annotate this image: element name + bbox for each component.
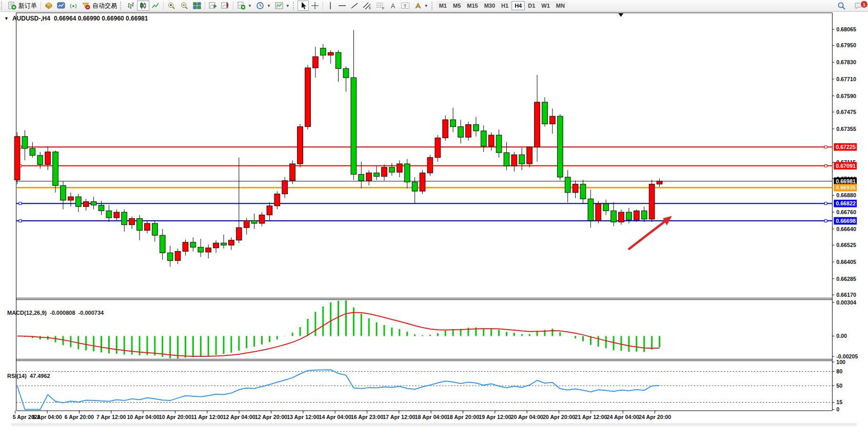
periods-dropdown[interactable]: ▼	[254, 1, 273, 11]
toolbar-grip	[120, 2, 124, 10]
notifications-button[interactable]: 1	[852, 1, 865, 11]
dropdown-arrow-icon: ▼	[424, 4, 428, 8]
timeframe-group: M1M5M15M30H1H4D1W1MN	[436, 1, 568, 10]
cursor-icon	[300, 2, 307, 10]
svg-text:0.66405: 0.66405	[836, 259, 856, 265]
svg-text:50: 50	[836, 383, 842, 389]
autotrading-button[interactable]: 自动交易	[80, 1, 119, 11]
svg-text:0.67355: 0.67355	[836, 126, 856, 132]
fibonacci-icon: F	[376, 2, 385, 10]
svg-text:10 Apr 20:00: 10 Apr 20:00	[159, 414, 191, 420]
scroll-to-end-button[interactable]	[207, 1, 219, 11]
timeframe-button-M30[interactable]: M30	[481, 1, 498, 10]
chart-shift-icon	[221, 2, 229, 10]
new-chart-dropdown[interactable]: ▼	[235, 1, 254, 11]
svg-text:A: A	[391, 3, 395, 10]
toolbar-separator	[233, 2, 233, 10]
zoom-in-button[interactable]	[165, 1, 178, 11]
chart-canvas[interactable]: 0.680650.679500.678300.677100.675900.674…	[0, 11, 868, 437]
toolbar-grip	[431, 2, 435, 10]
fibonacci-button[interactable]: F	[374, 1, 387, 11]
timeframe-button-M5[interactable]: M5	[450, 1, 464, 10]
zoom-in-icon	[167, 2, 176, 10]
trendline-button[interactable]	[348, 1, 361, 11]
svg-text:10 Apr 04:00: 10 Apr 04:00	[127, 414, 159, 420]
svg-text:T: T	[404, 4, 407, 9]
line-chart-button[interactable]	[149, 1, 162, 11]
toolbar-separator	[41, 2, 41, 10]
svg-text:24 Apr 20:00: 24 Apr 20:00	[639, 414, 671, 420]
svg-text:0.00304: 0.00304	[836, 299, 856, 306]
svg-text:6 Apr 20:00: 6 Apr 20:00	[65, 414, 94, 420]
symbol-dropdown-icon[interactable]: ▼	[4, 16, 9, 21]
svg-text:0.66935: 0.66935	[836, 184, 856, 191]
timeframe-button-H1[interactable]: H1	[498, 1, 511, 10]
signals-button[interactable]	[67, 1, 80, 11]
search-button[interactable]	[835, 1, 848, 11]
svg-text:F: F	[382, 7, 384, 10]
timeframe-button-M1[interactable]: M1	[436, 1, 450, 10]
autotrading-label: 自动交易	[92, 2, 117, 10]
toolbar-separator	[205, 2, 205, 10]
svg-text:80: 80	[836, 368, 842, 374]
svg-text:0.66285: 0.66285	[836, 276, 856, 282]
svg-text:14 Apr 04:00: 14 Apr 04:00	[319, 414, 351, 420]
text-label-icon: T	[401, 2, 410, 10]
horizontal-line-icon	[338, 2, 346, 10]
svg-text:0.66822: 0.66822	[836, 200, 856, 206]
text-button[interactable]: A	[387, 1, 399, 11]
svg-text:0.67091: 0.67091	[836, 163, 856, 169]
chart-title: ▼ AUDUSD-,H4 0.66964 0.66990 0.66960 0.6…	[4, 15, 148, 22]
vertical-line-button[interactable]	[325, 1, 336, 11]
crosshair-icon	[311, 2, 319, 10]
text-label-button[interactable]: T	[399, 1, 412, 11]
toolbar: 新订单 自动交易	[0, 0, 868, 12]
svg-text:19 Apr 12:00: 19 Apr 12:00	[479, 414, 511, 420]
macd-signal-value: -0.000734	[78, 310, 104, 316]
svg-text:18 Apr 20:00: 18 Apr 20:00	[447, 414, 479, 420]
template-icon	[275, 2, 283, 10]
svg-text:0: 0	[836, 406, 839, 412]
svg-text:18 Apr 04:00: 18 Apr 04:00	[415, 414, 447, 420]
chart-shift-button[interactable]	[219, 1, 231, 11]
svg-text:0.66880: 0.66880	[836, 192, 856, 198]
clock-icon	[256, 2, 264, 10]
bar-chart-icon	[127, 2, 135, 10]
arrows-dropdown[interactable]: ▼	[412, 1, 430, 11]
signal-icon	[69, 2, 77, 10]
crosshair-button[interactable]	[309, 1, 321, 11]
tile-windows-button[interactable]	[191, 1, 203, 11]
arrow-tool-icon	[414, 2, 422, 10]
timeframe-button-H4[interactable]: H4	[511, 1, 525, 10]
timeframe-button-M15[interactable]: M15	[464, 1, 481, 10]
svg-text:15: 15	[836, 399, 842, 405]
community-button[interactable]	[55, 1, 67, 11]
timeframe-button-D1[interactable]: D1	[525, 1, 538, 10]
svg-text:0.66525: 0.66525	[836, 242, 856, 248]
channel-icon: E	[363, 2, 372, 10]
new-order-label: 新订单	[18, 2, 37, 10]
svg-text:20 Apr 20:00: 20 Apr 20:00	[543, 414, 575, 420]
svg-text:0.67950: 0.67950	[836, 42, 856, 48]
candlestick-chart-button[interactable]	[137, 1, 149, 11]
bar-chart-button[interactable]	[125, 1, 137, 11]
ohlc-values: 0.66964 0.66990 0.66960 0.66981	[54, 15, 148, 22]
svg-text:20 Apr 04:00: 20 Apr 04:00	[511, 414, 543, 420]
new-order-button[interactable]: 新订单	[6, 1, 39, 11]
svg-text:0.66170: 0.66170	[836, 292, 856, 298]
new-order-icon	[8, 2, 16, 10]
svg-text:7 Apr 12:00: 7 Apr 12:00	[96, 414, 126, 420]
timeframe-button-MN[interactable]: MN	[553, 1, 568, 10]
svg-text:11 Apr 12:00: 11 Apr 12:00	[191, 414, 223, 420]
market-button[interactable]	[43, 1, 55, 11]
cursor-button[interactable]	[298, 1, 309, 11]
horizontal-line-button[interactable]	[336, 1, 348, 11]
zoom-out-button[interactable]	[178, 1, 191, 11]
chart-area[interactable]: 0.680650.679500.678300.677100.675900.674…	[0, 11, 868, 437]
candlestick-chart-icon	[139, 2, 147, 10]
timeframe-button-W1[interactable]: W1	[538, 1, 553, 10]
rsi-name: RSI(14)	[7, 373, 27, 379]
templates-dropdown[interactable]: ▼	[273, 1, 292, 11]
equidistant-channel-button[interactable]: E	[361, 1, 374, 11]
svg-text:0.67475: 0.67475	[836, 109, 856, 115]
